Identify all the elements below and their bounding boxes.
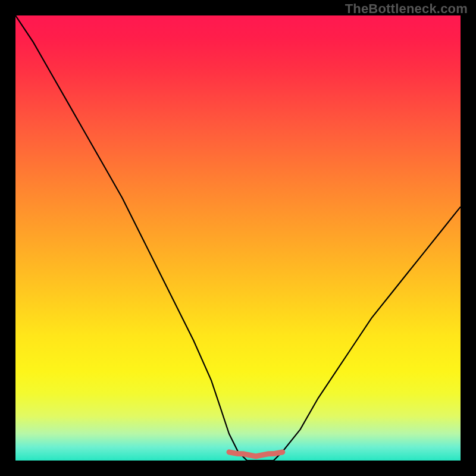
watermark-text: TheBottleneck.com [345, 1, 468, 17]
plot-area [15, 15, 461, 461]
chart-frame: TheBottleneck.com [0, 0, 476, 476]
bottleneck-curve [15, 15, 461, 461]
valley-highlight [229, 452, 283, 456]
bottleneck-curve-svg [15, 15, 461, 461]
